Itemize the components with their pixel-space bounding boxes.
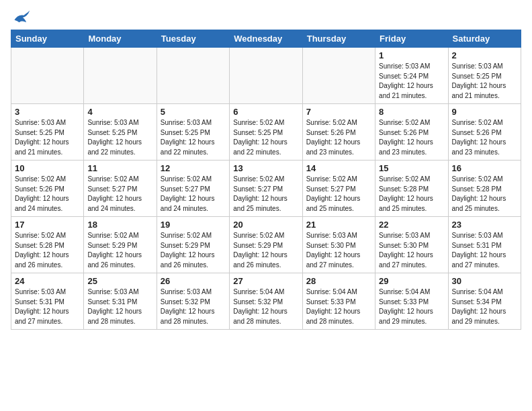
- day-number: 5: [161, 107, 226, 117]
- day-cell: 16Sunrise: 5:02 AMSunset: 5:28 PMDayligh…: [448, 161, 521, 217]
- day-info: Sunrise: 5:03 AMSunset: 5:31 PMDaylight:…: [15, 287, 80, 326]
- day-cell: 14Sunrise: 5:02 AMSunset: 5:27 PMDayligh…: [302, 161, 375, 217]
- day-number: 8: [379, 107, 444, 117]
- day-cell: 22Sunrise: 5:03 AMSunset: 5:30 PMDayligh…: [375, 217, 448, 273]
- day-info: Sunrise: 5:02 AMSunset: 5:27 PMDaylight:…: [87, 175, 152, 214]
- day-info: Sunrise: 5:02 AMSunset: 5:27 PMDaylight:…: [306, 175, 371, 214]
- day-info: Sunrise: 5:02 AMSunset: 5:29 PMDaylight:…: [87, 231, 152, 270]
- day-number: 3: [15, 107, 80, 117]
- weekday-header-thursday: Thursday: [302, 30, 375, 48]
- day-cell: 9Sunrise: 5:02 AMSunset: 5:26 PMDaylight…: [448, 104, 521, 161]
- day-cell: 8Sunrise: 5:02 AMSunset: 5:26 PMDaylight…: [375, 104, 448, 161]
- day-number: 4: [87, 107, 152, 117]
- day-cell: 15Sunrise: 5:02 AMSunset: 5:28 PMDayligh…: [375, 161, 448, 217]
- day-number: 27: [233, 276, 298, 286]
- day-cell: 2Sunrise: 5:03 AMSunset: 5:25 PMDaylight…: [448, 48, 521, 104]
- day-info: Sunrise: 5:03 AMSunset: 5:25 PMDaylight:…: [15, 118, 80, 157]
- day-info: Sunrise: 5:02 AMSunset: 5:26 PMDaylight:…: [379, 118, 444, 157]
- day-number: 22: [379, 220, 444, 230]
- day-number: 16: [452, 163, 517, 173]
- day-number: 11: [87, 163, 152, 173]
- day-number: 25: [87, 276, 152, 286]
- day-cell: 13Sunrise: 5:02 AMSunset: 5:27 PMDayligh…: [230, 161, 302, 217]
- day-info: Sunrise: 5:03 AMSunset: 5:24 PMDaylight:…: [379, 62, 444, 101]
- header: [11, 7, 521, 26]
- day-cell: [84, 48, 157, 104]
- day-number: 26: [161, 276, 226, 286]
- day-cell: 28Sunrise: 5:04 AMSunset: 5:33 PMDayligh…: [302, 273, 375, 330]
- day-info: Sunrise: 5:02 AMSunset: 5:28 PMDaylight:…: [452, 175, 517, 214]
- logo-bird-icon: [12, 9, 31, 28]
- day-info: Sunrise: 5:04 AMSunset: 5:33 PMDaylight:…: [379, 287, 444, 326]
- day-info: Sunrise: 5:04 AMSunset: 5:33 PMDaylight:…: [306, 287, 371, 326]
- day-cell: 7Sunrise: 5:02 AMSunset: 5:26 PMDaylight…: [302, 104, 375, 161]
- day-cell: 30Sunrise: 5:04 AMSunset: 5:34 PMDayligh…: [448, 273, 521, 330]
- day-cell: 11Sunrise: 5:02 AMSunset: 5:27 PMDayligh…: [84, 161, 157, 217]
- day-number: 10: [15, 163, 80, 173]
- day-info: Sunrise: 5:03 AMSunset: 5:30 PMDaylight:…: [306, 231, 371, 270]
- day-cell: 17Sunrise: 5:02 AMSunset: 5:28 PMDayligh…: [11, 217, 84, 273]
- weekday-header-row: SundayMondayTuesdayWednesdayThursdayFrid…: [11, 30, 521, 48]
- day-info: Sunrise: 5:02 AMSunset: 5:29 PMDaylight:…: [161, 231, 226, 270]
- day-info: Sunrise: 5:02 AMSunset: 5:26 PMDaylight:…: [306, 118, 371, 157]
- day-info: Sunrise: 5:04 AMSunset: 5:32 PMDaylight:…: [233, 287, 298, 326]
- day-cell: 10Sunrise: 5:02 AMSunset: 5:26 PMDayligh…: [11, 161, 84, 217]
- day-cell: 6Sunrise: 5:02 AMSunset: 5:25 PMDaylight…: [230, 104, 302, 161]
- day-cell: 24Sunrise: 5:03 AMSunset: 5:31 PMDayligh…: [11, 273, 84, 330]
- day-number: 6: [233, 107, 298, 117]
- day-info: Sunrise: 5:02 AMSunset: 5:28 PMDaylight:…: [379, 175, 444, 214]
- day-info: Sunrise: 5:02 AMSunset: 5:26 PMDaylight:…: [15, 175, 80, 214]
- week-row-5: 24Sunrise: 5:03 AMSunset: 5:31 PMDayligh…: [11, 273, 521, 330]
- day-info: Sunrise: 5:02 AMSunset: 5:27 PMDaylight:…: [161, 175, 226, 214]
- day-number: 17: [15, 220, 80, 230]
- page: SundayMondayTuesdayWednesdayThursdayFrid…: [0, 0, 532, 411]
- day-cell: 29Sunrise: 5:04 AMSunset: 5:33 PMDayligh…: [375, 273, 448, 330]
- week-row-4: 17Sunrise: 5:02 AMSunset: 5:28 PMDayligh…: [11, 217, 521, 273]
- day-cell: 26Sunrise: 5:03 AMSunset: 5:32 PMDayligh…: [157, 273, 229, 330]
- day-cell: 23Sunrise: 5:03 AMSunset: 5:31 PMDayligh…: [448, 217, 521, 273]
- day-number: 21: [306, 220, 371, 230]
- day-info: Sunrise: 5:03 AMSunset: 5:32 PMDaylight:…: [161, 287, 226, 326]
- week-row-2: 3Sunrise: 5:03 AMSunset: 5:25 PMDaylight…: [11, 104, 521, 161]
- day-cell: 12Sunrise: 5:02 AMSunset: 5:27 PMDayligh…: [157, 161, 229, 217]
- day-cell: [157, 48, 229, 104]
- day-number: 24: [15, 276, 80, 286]
- day-cell: 19Sunrise: 5:02 AMSunset: 5:29 PMDayligh…: [157, 217, 229, 273]
- day-info: Sunrise: 5:03 AMSunset: 5:30 PMDaylight:…: [379, 231, 444, 270]
- weekday-header-friday: Friday: [375, 30, 448, 48]
- day-cell: 25Sunrise: 5:03 AMSunset: 5:31 PMDayligh…: [84, 273, 157, 330]
- day-info: Sunrise: 5:04 AMSunset: 5:34 PMDaylight:…: [452, 287, 517, 326]
- day-info: Sunrise: 5:02 AMSunset: 5:25 PMDaylight:…: [233, 118, 298, 157]
- day-cell: [230, 48, 302, 104]
- day-number: 23: [452, 220, 517, 230]
- day-number: 18: [87, 220, 152, 230]
- day-cell: 3Sunrise: 5:03 AMSunset: 5:25 PMDaylight…: [11, 104, 84, 161]
- week-row-3: 10Sunrise: 5:02 AMSunset: 5:26 PMDayligh…: [11, 161, 521, 217]
- day-number: 20: [233, 220, 298, 230]
- day-number: 12: [161, 163, 226, 173]
- day-number: 7: [306, 107, 371, 117]
- weekday-header-monday: Monday: [84, 30, 157, 48]
- weekday-header-sunday: Sunday: [11, 30, 84, 48]
- weekday-header-wednesday: Wednesday: [230, 30, 302, 48]
- day-info: Sunrise: 5:03 AMSunset: 5:25 PMDaylight:…: [161, 118, 226, 157]
- day-info: Sunrise: 5:02 AMSunset: 5:28 PMDaylight:…: [15, 231, 80, 270]
- weekday-header-tuesday: Tuesday: [157, 30, 229, 48]
- day-info: Sunrise: 5:03 AMSunset: 5:25 PMDaylight:…: [87, 118, 152, 157]
- day-info: Sunrise: 5:02 AMSunset: 5:27 PMDaylight:…: [233, 175, 298, 214]
- day-info: Sunrise: 5:03 AMSunset: 5:25 PMDaylight:…: [452, 62, 517, 101]
- day-number: 29: [379, 276, 444, 286]
- week-row-1: 1Sunrise: 5:03 AMSunset: 5:24 PMDaylight…: [11, 48, 521, 104]
- day-cell: 27Sunrise: 5:04 AMSunset: 5:32 PMDayligh…: [230, 273, 302, 330]
- day-number: 13: [233, 163, 298, 173]
- day-number: 1: [379, 50, 444, 60]
- day-number: 9: [452, 107, 517, 117]
- day-info: Sunrise: 5:02 AMSunset: 5:29 PMDaylight:…: [233, 231, 298, 270]
- logo: [11, 7, 31, 26]
- calendar: SundayMondayTuesdayWednesdayThursdayFrid…: [11, 30, 521, 330]
- day-info: Sunrise: 5:03 AMSunset: 5:31 PMDaylight:…: [452, 231, 517, 270]
- day-cell: 20Sunrise: 5:02 AMSunset: 5:29 PMDayligh…: [230, 217, 302, 273]
- day-info: Sunrise: 5:02 AMSunset: 5:26 PMDaylight:…: [452, 118, 517, 157]
- day-number: 19: [161, 220, 226, 230]
- day-number: 2: [452, 50, 517, 60]
